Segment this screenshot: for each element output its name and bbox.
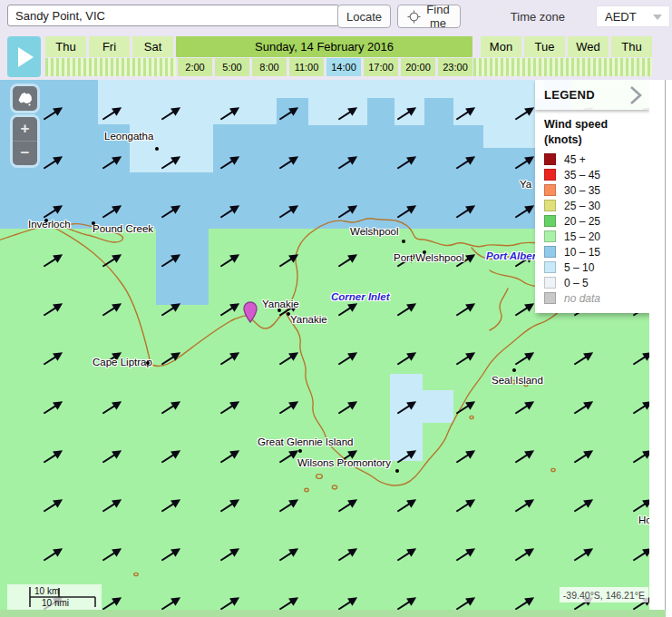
legend-item: 15 – 20 <box>544 230 649 242</box>
legend-item-label: 25 – 30 <box>564 200 600 212</box>
australia-home-button[interactable] <box>13 86 37 111</box>
timezone-select[interactable]: AEDT <box>596 5 670 27</box>
legend-item: 25 – 30 <box>544 200 649 211</box>
legend-item-label: 35 – 45 <box>564 169 600 181</box>
place-dot <box>44 219 48 222</box>
time-tab[interactable]: 11:00 <box>289 58 324 76</box>
place-label: Yanakie <box>290 314 327 325</box>
legend-title: LEGEND <box>544 88 595 102</box>
time-tab[interactable]: 5:00 <box>215 58 249 76</box>
legend-item-label: 20 – 25 <box>564 215 600 228</box>
legend-item-label: 45 + <box>564 153 586 166</box>
day-tab[interactable]: Thu <box>45 36 86 57</box>
page-divider-line <box>665 80 666 617</box>
page-right-gutter <box>649 80 672 617</box>
wind-map[interactable]: LeongathaInverlochPound CreekWelshpoolPo… <box>0 80 649 617</box>
legend-item: 5 – 10 <box>544 261 649 273</box>
place-label: Cape Liptrap <box>93 357 152 367</box>
time-tab[interactable]: 20:00 <box>401 58 435 76</box>
time-tab-selected[interactable]: 14:00 <box>326 58 361 76</box>
search-input[interactable] <box>7 5 339 26</box>
legend-header: LEGEND <box>535 80 649 110</box>
legend-item-label: 5 – 10 <box>564 261 594 274</box>
zoom-out-button[interactable]: − <box>13 142 37 165</box>
place-label: Pound Creek <box>93 223 153 234</box>
time-tab[interactable]: 17:00 <box>364 58 398 76</box>
legend-item: 45 + <box>544 153 649 165</box>
legend-panel: LEGEND Wind speed (knots) 45 +35 – 4530 … <box>535 80 649 313</box>
place-dot <box>278 308 281 312</box>
day-tab[interactable]: Thu <box>611 36 652 57</box>
place-label: Port Welshpool <box>394 252 464 263</box>
place-dot <box>402 240 405 243</box>
legend-swatch <box>544 292 556 304</box>
find-me-button[interactable]: Find me <box>397 5 461 28</box>
play-icon <box>18 47 34 67</box>
map-bottom-band <box>0 610 666 617</box>
timezone-label: Time zone <box>511 10 565 24</box>
toolbar: Locate Find me Time zone AEDT <box>0 0 672 33</box>
legend-item: 35 – 45 <box>544 169 649 181</box>
map-scale-bar: 10 km 10 nmi <box>7 584 102 610</box>
place-dot <box>423 250 426 254</box>
legend-item: 20 – 25 <box>544 215 649 227</box>
legend-item-label: 15 – 20 <box>564 230 600 243</box>
legend-item: 0 – 5 <box>544 277 649 289</box>
zoom-in-button[interactable]: + <box>13 117 37 142</box>
place-label: Inverloch <box>28 219 71 230</box>
locate-button[interactable]: Locate <box>337 5 391 28</box>
legend-swatch <box>544 169 556 181</box>
legend-item-label: 30 – 35 <box>564 184 600 197</box>
scale-km-label: 10 km <box>34 586 59 596</box>
place-dot <box>287 312 290 316</box>
legend-item-label: 0 – 5 <box>564 277 589 289</box>
timeline-tick-strip[interactable] <box>473 58 652 76</box>
place-label: Wilsons Promontory <box>297 457 391 468</box>
legend-swatch <box>544 277 556 289</box>
find-me-icon <box>407 10 421 24</box>
timeline-tick-strip[interactable] <box>45 58 176 76</box>
day-tab[interactable]: Mon <box>481 36 521 57</box>
day-tab[interactable]: Sat <box>132 36 173 57</box>
dropdown-arrow-icon <box>653 15 662 20</box>
time-tab[interactable]: 8:00 <box>252 58 287 76</box>
place-dot <box>155 147 159 151</box>
timezone-value: AEDT <box>605 10 637 24</box>
find-me-label: Find me <box>425 3 451 30</box>
legend-item-label: 10 – 15 <box>564 246 600 259</box>
zoom-controls: + − <box>13 117 37 165</box>
place-label: Great Glennie Island <box>258 436 353 447</box>
australia-icon <box>16 91 34 106</box>
time-tab[interactable]: 2:00 <box>178 58 212 76</box>
play-button[interactable] <box>7 36 41 77</box>
place-label: Leongatha <box>104 131 153 142</box>
place-label: Ho <box>638 514 649 525</box>
location-marker-pin <box>243 301 258 327</box>
legend-swatch <box>544 215 556 227</box>
day-tab[interactable]: Fri <box>89 36 130 57</box>
chevron-right-icon[interactable] <box>626 83 644 107</box>
place-dot <box>395 469 399 473</box>
day-tab-selected[interactable]: Sunday, 14 February 2016 <box>176 36 472 57</box>
legend-swatch <box>544 200 556 211</box>
place-label: Seal Island <box>492 375 543 386</box>
place-dot <box>146 361 150 365</box>
time-tab[interactable]: 23:00 <box>438 58 472 76</box>
legend-swatch <box>544 246 556 258</box>
legend-swatch <box>544 153 556 165</box>
day-tab[interactable]: Wed <box>568 36 609 57</box>
scale-nmi-label: 10 nmi <box>42 598 69 608</box>
day-tab[interactable]: Tue <box>524 36 565 57</box>
legend-item: 10 – 15 <box>544 246 649 258</box>
place-label: Ya <box>520 179 531 190</box>
legend-swatch <box>544 261 556 273</box>
legend-item: 30 – 35 <box>544 184 649 196</box>
place-dot <box>512 368 516 372</box>
water-label: Corner Inlet <box>331 291 390 302</box>
legend-subtitle-units: (knots) <box>544 132 649 148</box>
zoom-out-icon: − <box>21 144 30 162</box>
legend-item: no data <box>544 292 649 304</box>
legend-body: Wind speed (knots) 45 +35 – 4530 – 3525 … <box>535 110 649 313</box>
legend-item-label: no data <box>564 292 600 305</box>
coordinates-readout: -39.40°S, 146.21°E <box>560 587 648 602</box>
